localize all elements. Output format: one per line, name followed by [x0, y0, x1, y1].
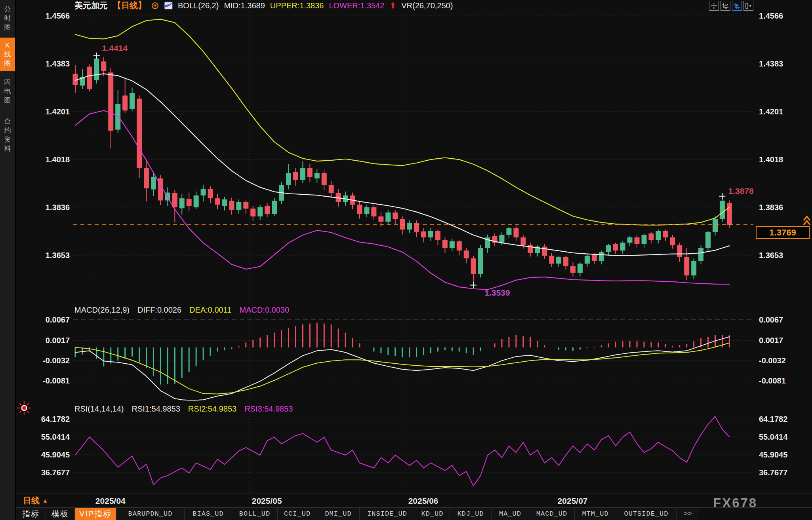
boll-mid-value: MID:1.3689	[224, 1, 265, 10]
crosshair-button[interactable]	[709, 1, 719, 11]
axis-tick-label: 45.9045	[41, 450, 70, 459]
boll-label: BOLL(26,2)	[178, 1, 219, 10]
period-selector-arrow-icon: ▲	[42, 497, 48, 504]
candle-21	[222, 199, 227, 206]
candle-72	[585, 256, 590, 264]
candle-40	[357, 205, 362, 214]
vr-label: VR(26,70,250)	[401, 1, 453, 10]
candle-70	[570, 266, 576, 273]
mini-chart-icon	[164, 2, 173, 9]
candle-11	[151, 177, 156, 190]
tab-INSIDE_UD[interactable]: INSIDE_UD	[359, 508, 415, 520]
macd-diff-value: DIFF:0.0026	[137, 306, 181, 315]
tab-BIAS_UD[interactable]: BIAS_UD	[184, 508, 232, 520]
candle-17	[194, 195, 199, 207]
chart-canvas[interactable]: 1.45661.45661.43831.43831.42011.42011.40…	[0, 0, 812, 520]
macd-header: MACD(26,12,9) DIFF:0.0026 DEA:0.0011 MAC…	[74, 306, 289, 315]
tab-OUTSIDE_UD[interactable]: OUTSIDE_UD	[616, 508, 676, 520]
axis-tick-label: 1.4018	[759, 155, 783, 164]
candle-88	[698, 248, 703, 261]
rsi-line	[75, 416, 729, 486]
price-annotations: 1.44141.35391.3878	[93, 44, 754, 298]
candle-28	[272, 201, 277, 214]
alert-burst-icon[interactable]	[17, 400, 32, 417]
candle-7	[122, 95, 128, 110]
candle-50	[428, 231, 433, 237]
candle-77	[620, 243, 625, 251]
candle-73	[592, 254, 597, 261]
tab-BARUPDN_UD[interactable]: BARUPDN_UD	[116, 508, 184, 520]
axis-tick-label: 1.4201	[46, 107, 70, 116]
candle-87	[691, 261, 696, 275]
period-selector[interactable]: 日线 ▲	[23, 495, 48, 506]
candle-79	[635, 237, 640, 244]
candle-47	[407, 223, 412, 230]
current-price-box: 1.3769	[756, 226, 810, 239]
tab-BOLL_UD[interactable]: BOLL_UD	[232, 508, 277, 520]
axis-play-button[interactable]	[732, 1, 742, 11]
candle-61	[506, 228, 511, 235]
candle-56	[471, 258, 476, 274]
chart-toolbar	[709, 1, 753, 11]
candle-23	[236, 202, 241, 210]
sidebar-tab-2[interactable]: K线图	[0, 38, 15, 71]
axis-tick-label: 0.0067	[759, 315, 783, 324]
xaxis-separator	[15, 493, 812, 493]
period-selector-label: 日线	[23, 495, 40, 506]
candle-36	[329, 185, 334, 193]
candle-91	[720, 201, 725, 219]
tab-模板[interactable]: 模板	[46, 508, 74, 520]
candle-18	[201, 189, 206, 195]
tab-MACD_UD[interactable]: MACD_UD	[529, 508, 574, 520]
candle-4	[101, 61, 106, 71]
month-label: 2025/04	[95, 496, 126, 505]
candle-48	[414, 223, 419, 232]
add-indicator-icon[interactable]	[151, 2, 159, 9]
macd-macd-value: MACD:0.0030	[239, 306, 289, 315]
watermark: FX678	[713, 495, 792, 511]
candle-22	[229, 201, 234, 210]
candle-19	[208, 189, 213, 198]
sidebar-tab-3[interactable]: 闪电图	[0, 74, 15, 108]
axis-tick-label: 36.7677	[41, 468, 70, 477]
axis-tick-label: 55.0414	[759, 433, 788, 441]
period-tag[interactable]: 【日线】	[113, 0, 146, 11]
candle-62	[513, 228, 518, 237]
dock-panel-button[interactable]	[743, 1, 753, 11]
tab-VIP指标[interactable]: VIP指标	[74, 508, 116, 520]
tab-指标[interactable]: 指标	[16, 508, 46, 520]
axis-labels: 1.45661.45661.43831.43831.42011.42011.40…	[41, 11, 788, 505]
candle-78	[627, 237, 633, 243]
candle-80	[642, 235, 647, 244]
tab-KD_UD[interactable]: KD_UD	[415, 508, 450, 520]
candle-49	[421, 232, 426, 237]
candle-63	[520, 237, 526, 245]
tab-KDJ_UD[interactable]: KDJ_UD	[450, 508, 491, 520]
candle-15	[179, 198, 185, 208]
axis-tick-label: 1.4383	[759, 59, 783, 68]
candle-84	[670, 237, 675, 245]
axis-scale-button[interactable]	[721, 1, 730, 11]
boll-upper-value: UPPER:1.3836	[270, 1, 324, 10]
trough-price-label: 1.3539	[484, 288, 510, 297]
candle-90	[713, 219, 718, 232]
candle-53	[450, 241, 455, 248]
month-label: 2025/06	[408, 496, 438, 505]
current-price-value: 1.3769	[769, 228, 796, 238]
candle-92	[727, 203, 732, 225]
tab-MTM_UD[interactable]: MTM_UD	[574, 508, 616, 520]
candle-6	[115, 104, 120, 130]
candle-20	[215, 198, 220, 205]
sidebar-tab-1[interactable]: 分时图	[0, 2, 15, 35]
tab-MA_UD[interactable]: MA_UD	[491, 508, 529, 520]
candle-74	[599, 252, 604, 261]
tab-DMI_UD[interactable]: DMI_UD	[317, 508, 359, 520]
candle-57	[478, 248, 483, 274]
candle-44	[385, 213, 391, 222]
app-window: 1.45661.45661.43831.43831.42011.42011.40…	[0, 0, 812, 520]
axis-tick-label: 45.9045	[759, 450, 787, 459]
tab-more[interactable]: >>	[676, 508, 699, 520]
sidebar-tab-4[interactable]: 合约资料	[0, 114, 15, 156]
candle-71	[578, 264, 583, 273]
tab-CCI_UD[interactable]: CCI_UD	[277, 508, 317, 520]
